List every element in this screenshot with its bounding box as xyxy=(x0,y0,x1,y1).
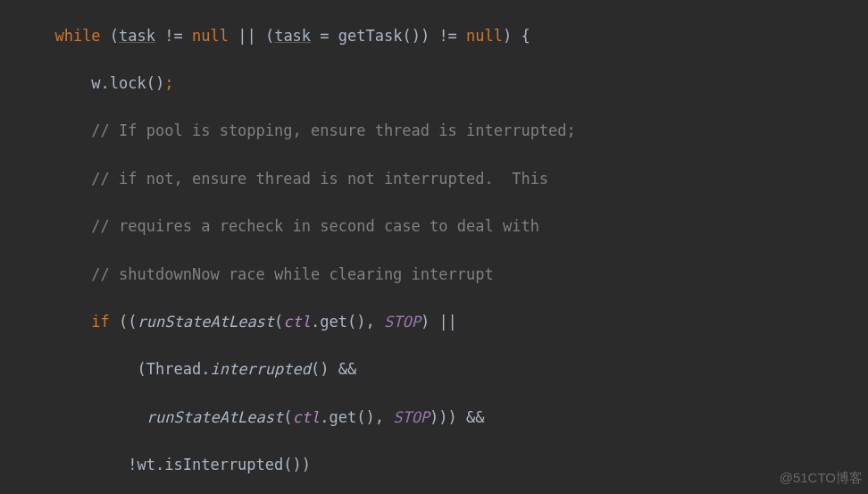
code-line: (Thread.interrupted() && xyxy=(0,357,868,381)
code-line: while (task != null || (task = getTask()… xyxy=(0,24,868,48)
code-line: w.lock(); xyxy=(0,71,868,96)
code-line-comment: // requires a recheck in second case to … xyxy=(0,214,868,239)
code-line: runStateAtLeast(ctl.get(), STOP))) && xyxy=(0,406,868,430)
code-line: if ((runStateAtLeast(ctl.get(), STOP) || xyxy=(0,310,868,334)
code-editor[interactable]: while (task != null || (task = getTask()… xyxy=(0,0,868,494)
code-line-comment: // shutdownNow race while clearing inter… xyxy=(0,263,868,287)
code-line-comment: // if not, ensure thread is not interrup… xyxy=(0,167,868,191)
watermark: @51CTO博客 xyxy=(780,466,863,490)
code-line: !wt.isInterrupted()) xyxy=(0,453,868,477)
code-line-comment: // If pool is stopping, ensure thread is… xyxy=(0,119,868,143)
